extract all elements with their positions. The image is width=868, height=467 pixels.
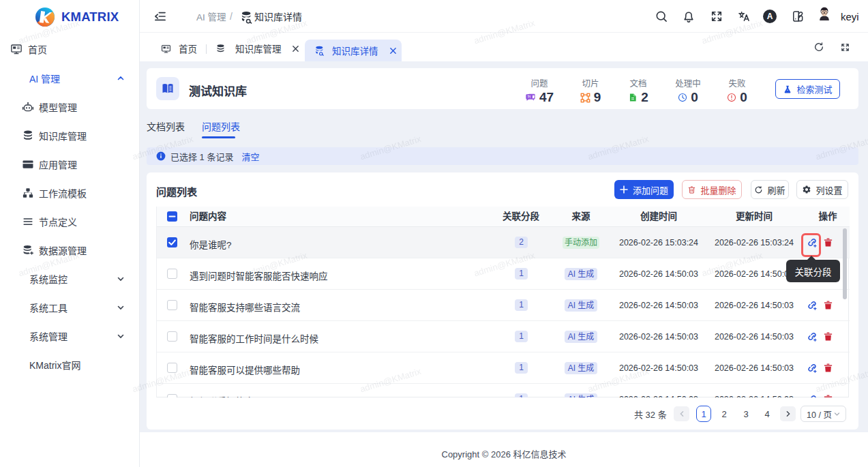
svg-text:?!: ?! <box>527 95 530 99</box>
